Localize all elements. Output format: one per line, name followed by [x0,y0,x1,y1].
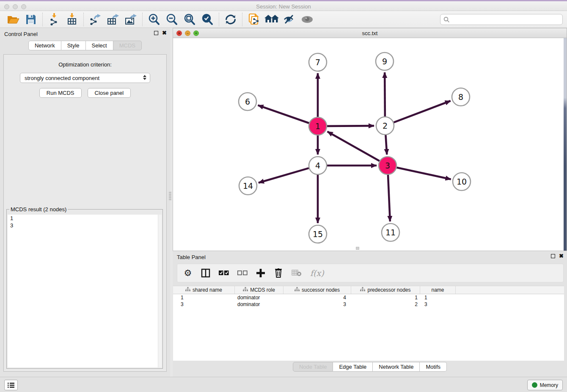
save-session-button[interactable] [22,12,40,27]
criterion-dropdown[interactable]: strongly connected component [20,73,150,83]
graph-node-4[interactable]: 4 [309,157,327,174]
mcds-result-area[interactable]: 13 [8,215,162,367]
canvas-scroll-thumb[interactable] [356,247,359,250]
graph-node-10[interactable]: 10 [453,173,471,190]
graph-node-14[interactable]: 14 [239,177,257,195]
export-image-icon [124,13,138,26]
graph-edge-2-3[interactable] [385,135,387,155]
float-table-panel-icon[interactable] [551,254,555,258]
search-field[interactable] [440,14,563,25]
zoom-selected-button[interactable] [198,12,216,27]
window-titlebar: Session: New Session [0,0,567,11]
column-header-MCDS-role[interactable]: MCDS role [235,286,284,294]
result-scrollbar[interactable] [158,215,162,367]
control-panel-tabs: NetworkStyleSelectMCDS [0,41,170,50]
control-panel: Control Panel ✖ NetworkStyleSelectMCDS O… [0,28,170,377]
hide-selected-button[interactable] [281,12,298,27]
tab-node-table[interactable]: Node Table [293,362,333,372]
run-mcds-button[interactable]: Run MCDS [39,88,82,98]
table-row[interactable]: 1dominator411 [173,294,564,301]
column-label: shared name [193,287,222,293]
tab-network-table[interactable]: Network Table [373,362,420,372]
float-panel-icon[interactable] [154,31,158,35]
tab-network[interactable]: Network [28,41,61,50]
close-panel-button[interactable]: Close panel [88,88,131,98]
table-settings-button[interactable]: ⚙ [183,268,193,278]
cytoscape-app: Session: New Session Control Panel ✖ Net… [0,0,567,392]
show-all-networks-icon [264,14,279,25]
import-network-button[interactable] [45,12,63,27]
tab-select[interactable]: Select [86,41,113,50]
search-input[interactable] [451,17,562,23]
graph-edge-2-9[interactable] [385,72,385,116]
column-header-name[interactable]: name [420,286,456,294]
table-row[interactable]: 3dominator323 [173,301,564,308]
graph-edge-1-2[interactable] [327,126,374,126]
graph-node-11[interactable]: 11 [382,224,399,241]
memory-button[interactable]: Memory [527,380,563,390]
graph-edge-3-1[interactable] [328,132,380,161]
graph-node-9[interactable]: 9 [376,52,394,70]
open-file-button[interactable] [4,12,22,27]
deselect-all-rows-icon [237,271,248,276]
tab-edge-table[interactable]: Edge Table [333,362,373,372]
close-table-panel-icon[interactable]: ✖ [559,254,564,258]
clone-network-button[interactable] [245,12,263,27]
graph-node-2[interactable]: 2 [376,117,394,135]
add-column-button[interactable] [256,269,265,277]
tab-motifs[interactable]: Motifs [420,362,447,372]
zoom-in-button[interactable] [145,12,163,27]
graph-node-1[interactable]: 1 [309,117,327,135]
export-image-button[interactable] [122,12,140,27]
column-label: successor nodes [302,287,340,293]
network-right-edge [564,38,567,251]
graph-edge-3-10[interactable] [396,168,451,179]
column-header-predecessor-nodes[interactable]: predecessor nodes [351,286,420,294]
svg-text:9: 9 [382,57,387,66]
tab-style[interactable]: Style [61,41,86,50]
clone-network-icon [248,13,260,26]
add-column-icon [256,269,265,277]
network-window-title: scc.txt [173,30,567,36]
import-table-button[interactable] [63,12,81,27]
main-toolbar [0,11,567,28]
svg-text:4: 4 [315,161,320,170]
close-panel-icon[interactable]: ✖ [162,31,167,35]
hide-selected-icon [283,14,296,25]
show-columns-button[interactable] [201,268,210,278]
tab-mcds[interactable]: MCDS [113,41,142,50]
network-window-titlebar[interactable]: ✕ − + scc.txt [173,28,567,38]
import-table-icon [66,13,78,26]
zoom-fit-button[interactable] [181,12,198,27]
delete-column-button[interactable] [274,268,283,278]
graph-node-15[interactable]: 15 [309,225,327,243]
mcds-result-line: 1 [8,215,162,222]
network-canvas[interactable]: 7968124314101511 [173,38,567,251]
control-panel-header: Control Panel ✖ [0,28,170,40]
select-all-rows-button[interactable] [219,271,229,276]
delete-column-icon [274,268,283,278]
zoom-out-button[interactable] [163,12,181,27]
export-table-button[interactable] [104,12,122,27]
graph-node-3[interactable]: 3 [379,157,396,174]
graph-node-7[interactable]: 7 [309,53,327,71]
column-header-successor-nodes[interactable]: successor nodes [284,286,351,294]
show-selected-button[interactable] [298,12,316,27]
graph-edge-2-8[interactable] [394,101,451,122]
show-all-networks-button[interactable] [263,12,281,27]
table-cell: dominator [235,294,284,301]
deselect-all-rows-button[interactable] [237,271,248,276]
graph-node-6[interactable]: 6 [239,93,256,110]
graph-node-8[interactable]: 8 [452,88,470,106]
panel-splitter[interactable] [169,191,171,201]
graph-edge-3-11[interactable] [388,175,390,221]
export-network-button[interactable] [86,12,104,27]
criterion-value: strongly connected component [25,75,99,81]
apply-layout-button[interactable] [222,12,239,27]
apply-layout-icon [225,14,237,25]
graph-edge-1-6[interactable] [258,105,309,123]
graph-edge-4-14[interactable] [259,168,309,183]
task-history-button[interactable] [4,380,18,390]
column-header-shared-name[interactable]: shared name [173,286,235,294]
table-cell: dominator [235,301,284,308]
